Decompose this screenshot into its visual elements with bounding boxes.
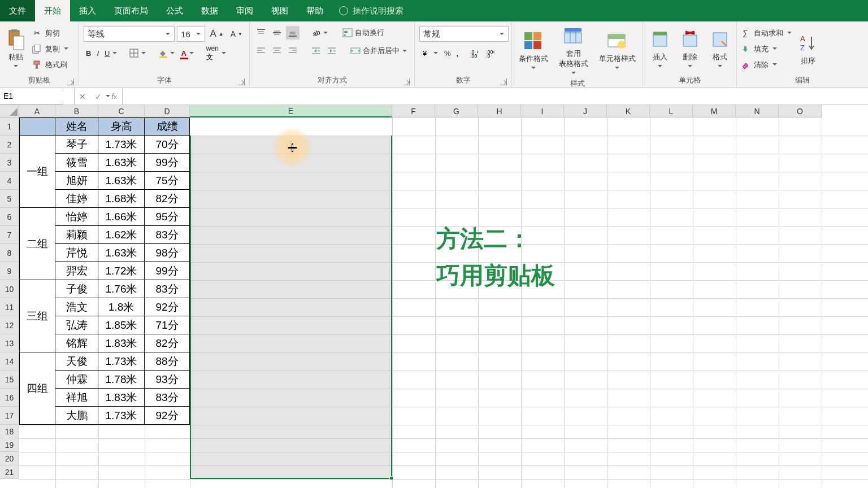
cell[interactable]: 82分 — [145, 190, 190, 208]
insert-function-button[interactable]: fx — [106, 92, 122, 101]
column-header-H[interactable]: H — [478, 105, 521, 117]
border-button[interactable] — [127, 46, 149, 60]
percent-button[interactable]: % — [442, 46, 453, 60]
align-right-button[interactable] — [286, 44, 300, 58]
indent-decrease-button[interactable] — [309, 44, 323, 58]
cell[interactable]: 1.68米 — [98, 190, 145, 208]
tell-me-search[interactable]: 操作说明搜索 — [332, 0, 410, 21]
column-header-N[interactable]: N — [736, 105, 779, 117]
align-left-button[interactable] — [254, 44, 268, 58]
cell[interactable]: 1.83米 — [98, 389, 145, 407]
underline-button[interactable]: U — [102, 46, 120, 60]
cell[interactable]: 1.73米 — [98, 136, 145, 154]
column-header-G[interactable]: G — [435, 105, 478, 117]
wrap-text-button[interactable]: abc自动换行 — [340, 26, 387, 40]
column-header-O[interactable]: O — [779, 105, 822, 117]
column-header-J[interactable]: J — [564, 105, 607, 117]
align-bottom-button[interactable] — [286, 26, 300, 40]
menu-data[interactable]: 数据 — [192, 0, 227, 21]
column-header-B[interactable]: B — [55, 105, 98, 117]
cell[interactable]: 99分 — [145, 154, 190, 172]
cell[interactable]: 仲霖 — [55, 371, 98, 389]
fill-button[interactable]: 填充 — [740, 42, 792, 56]
phonetic-button[interactable]: wén文 — [204, 46, 229, 60]
cell[interactable]: 82分 — [145, 334, 190, 352]
formula-input[interactable] — [123, 88, 868, 104]
column-header-I[interactable]: I — [521, 105, 564, 117]
row-header-16[interactable]: 16 — [0, 389, 19, 407]
cell[interactable]: 1.83米 — [98, 334, 145, 352]
insert-cells-button[interactable]: 插入 — [648, 27, 672, 71]
cell[interactable]: 83分 — [145, 280, 190, 298]
cell[interactable] — [19, 117, 55, 136]
cancel-formula-button[interactable]: ✕ — [75, 92, 90, 101]
indent-increase-button[interactable] — [325, 44, 338, 58]
font-size-combo[interactable]: 16 — [177, 26, 205, 42]
grow-font-button[interactable]: A▲ — [207, 27, 225, 41]
cell[interactable]: 1.85米 — [98, 316, 145, 334]
cells-area[interactable]: 姓名身高成绩一组琴子1.73米70分筱雪1.63米99分旭妍1.63米75分佳婷… — [19, 117, 868, 488]
cell[interactable]: 旭妍 — [55, 172, 98, 190]
menu-insert[interactable]: 插入 — [70, 0, 105, 21]
row-header-3[interactable]: 3 — [0, 154, 19, 172]
column-header-D[interactable]: D — [145, 105, 190, 117]
fill-color-button[interactable] — [156, 46, 177, 60]
row-header-1[interactable]: 1 — [0, 117, 19, 136]
bold-button[interactable]: B — [84, 46, 93, 60]
cell[interactable]: 四组 — [19, 352, 55, 425]
conditional-format-button[interactable]: 条件格式 — [517, 29, 550, 72]
menu-review[interactable]: 审阅 — [227, 0, 262, 21]
currency-button[interactable]: ¥ — [419, 46, 441, 60]
cell[interactable]: 1.8米 — [98, 298, 145, 316]
row-header-17[interactable]: 17 — [0, 407, 19, 425]
cell[interactable]: 天俊 — [55, 352, 98, 371]
cell[interactable]: 83分 — [145, 226, 190, 244]
cell[interactable]: 琴子 — [55, 136, 98, 154]
cell[interactable]: 92分 — [145, 298, 190, 316]
row-header-15[interactable]: 15 — [0, 371, 19, 389]
font-family-combo[interactable]: 等线 — [84, 26, 175, 42]
select-all-corner[interactable] — [0, 105, 19, 117]
italic-button[interactable]: I — [94, 46, 101, 60]
menu-file[interactable]: 文件 — [0, 0, 35, 21]
row-header-13[interactable]: 13 — [0, 334, 19, 352]
autosum-button[interactable]: ∑自动求和 — [740, 27, 792, 40]
cell[interactable]: 羿宏 — [55, 262, 98, 280]
cell[interactable]: 1.72米 — [98, 262, 145, 280]
font-color-button[interactable]: A — [179, 46, 196, 60]
menu-layout[interactable]: 页面布局 — [105, 0, 157, 21]
comma-button[interactable]: , — [454, 46, 461, 60]
cell[interactable]: 子俊 — [55, 280, 98, 298]
paste-dropdown[interactable] — [13, 63, 19, 69]
font-dialog-launcher[interactable] — [238, 79, 245, 85]
column-header-K[interactable]: K — [607, 105, 650, 117]
row-header-11[interactable]: 11 — [0, 298, 19, 316]
row-header-12[interactable]: 12 — [0, 316, 19, 334]
merge-cells-button[interactable]: 合并后居中 — [348, 44, 410, 58]
cell[interactable]: 浩文 — [55, 298, 98, 316]
cell[interactable]: 1.63米 — [98, 172, 145, 190]
align-center-button[interactable] — [270, 44, 284, 58]
clipboard-dialog-launcher[interactable] — [67, 79, 74, 85]
cell[interactable]: 93分 — [145, 371, 190, 389]
cell[interactable]: 二组 — [19, 208, 55, 280]
format-painter-button[interactable]: 格式刷 — [32, 58, 69, 72]
clear-button[interactable]: 清除 — [740, 58, 792, 72]
align-top-button[interactable] — [254, 26, 268, 40]
cell[interactable]: 75分 — [145, 172, 190, 190]
cell[interactable]: 88分 — [145, 352, 190, 371]
row-header-14[interactable]: 14 — [0, 352, 19, 371]
row-header-10[interactable]: 10 — [0, 280, 19, 298]
cell[interactable]: 芹悦 — [55, 244, 98, 262]
cell[interactable]: 弘涛 — [55, 316, 98, 334]
column-header-C[interactable]: C — [98, 105, 145, 117]
cell[interactable]: 1.73米 — [98, 352, 145, 371]
shrink-font-button[interactable]: A▼ — [228, 27, 245, 41]
cell[interactable]: 佳婷 — [55, 190, 98, 208]
decrease-decimal-button[interactable]: .00.0 — [484, 46, 498, 60]
orientation-button[interactable]: ab — [309, 26, 331, 40]
cell[interactable]: 70分 — [145, 136, 190, 154]
cell[interactable]: 1.63米 — [98, 244, 145, 262]
delete-cells-button[interactable]: 删除 — [678, 27, 702, 71]
cell[interactable]: 1.62米 — [98, 226, 145, 244]
